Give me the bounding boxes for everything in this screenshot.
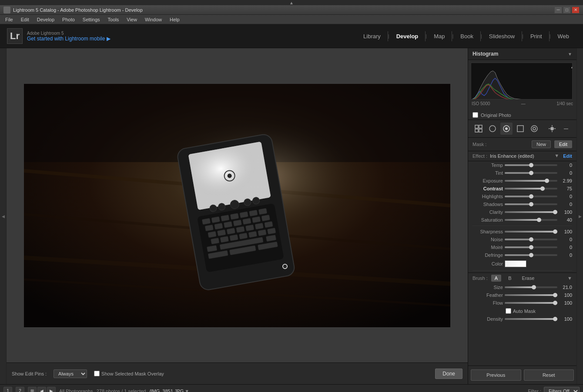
mask-edit-button[interactable]: Edit <box>554 140 572 148</box>
close-button[interactable]: ✕ <box>572 7 580 13</box>
svg-point-62 <box>505 127 508 130</box>
filter-label: Filter : <box>528 389 541 392</box>
original-photo-checkbox[interactable] <box>472 112 478 118</box>
menu-settings[interactable]: Settings <box>79 16 104 23</box>
svg-point-65 <box>533 127 536 130</box>
menu-file[interactable]: File <box>2 16 17 23</box>
temp-track[interactable] <box>505 164 557 166</box>
color-swatch[interactable] <box>505 260 526 267</box>
sun-tool-icon[interactable] <box>546 123 558 135</box>
right-panel-toggle[interactable]: ▶ <box>576 48 583 384</box>
brush-tab-b[interactable]: B <box>505 275 515 282</box>
histogram-panel-header[interactable]: Histogram ▼ <box>468 48 576 60</box>
filmstrip-next-btn[interactable]: ▶ <box>47 387 56 392</box>
defringe-track[interactable] <box>505 254 557 256</box>
saturation-track[interactable] <box>505 219 557 221</box>
size-track[interactable] <box>505 286 557 288</box>
effect-edit-button[interactable]: Edit <box>563 153 572 159</box>
iso-value: ISO 5000 <box>472 101 490 106</box>
menu-develop[interactable]: Develop <box>34 16 58 23</box>
minus-tool-icon[interactable]: ─ <box>560 123 572 135</box>
nav-slideshow[interactable]: Slideshow <box>482 31 522 41</box>
page-1-btn[interactable]: 1 <box>3 387 12 392</box>
maximize-button[interactable]: □ <box>563 7 571 13</box>
filmstrip-grid-btn[interactable]: ⊞ <box>28 387 37 392</box>
feather-track[interactable] <box>505 294 557 296</box>
menu-photo[interactable]: Photo <box>59 16 78 23</box>
minimize-button[interactable]: ─ <box>554 7 562 13</box>
selected-mask-checkbox-input[interactable] <box>94 371 100 376</box>
module-nav: Library | Develop | Map | Book | Slidesh… <box>356 31 576 41</box>
filmstrip-prev-btn[interactable]: ◀ <box>37 387 46 392</box>
nav-print[interactable]: Print <box>523 31 549 41</box>
filename-arrow[interactable]: ▼ <box>184 389 189 392</box>
tagline-arrow[interactable]: ▶ <box>107 36 111 42</box>
effect-dropdown-icon[interactable]: ▼ <box>554 153 560 159</box>
highlights-track[interactable] <box>505 196 557 197</box>
contrast-track[interactable] <box>505 188 557 189</box>
mask-label: Mask : <box>472 142 486 147</box>
effect-value: Iris Enhance (edited) <box>490 153 552 159</box>
square-tool-icon[interactable] <box>514 123 526 135</box>
flow-track[interactable] <box>505 302 557 304</box>
auto-mask-checkbox-row[interactable]: Auto Mask <box>506 308 536 314</box>
target-tool-icon[interactable] <box>500 123 513 135</box>
nav-develop[interactable]: Develop <box>389 31 426 41</box>
nav-library[interactable]: Library <box>356 31 388 41</box>
main-photo[interactable] <box>24 84 450 327</box>
sharpness-track[interactable] <box>505 231 557 233</box>
color-label: Color <box>472 261 503 266</box>
nav-web[interactable]: Web <box>551 31 576 41</box>
brush-tab-erase[interactable]: Erase <box>519 275 538 282</box>
tint-track[interactable] <box>505 172 557 174</box>
window-controls[interactable]: ─ □ ✕ <box>554 7 580 13</box>
nav-map[interactable]: Map <box>427 31 452 41</box>
density-track[interactable] <box>505 318 557 320</box>
noise-track[interactable] <box>505 239 557 240</box>
separator: — <box>521 101 526 106</box>
previous-button[interactable]: Previous <box>471 369 521 381</box>
reset-button[interactable]: Reset <box>524 369 574 381</box>
mask-section: Mask : New Edit <box>468 138 576 151</box>
top-collapse-arrow[interactable]: ▲ <box>0 0 583 5</box>
clarity-label: Clarity <box>472 209 503 215</box>
grid-tool-icon[interactable] <box>472 123 485 135</box>
brush-options-arrow[interactable]: ▼ <box>567 276 572 281</box>
menu-view[interactable]: View <box>123 16 141 23</box>
clarity-track[interactable] <box>505 211 557 213</box>
lr-brand: Adobe Lightroom 5 <box>27 31 111 36</box>
slider-feather: Feather 100 <box>468 291 576 299</box>
svg-text:▲: ▲ <box>570 64 572 69</box>
svg-point-64 <box>531 126 537 132</box>
left-panel-toggle[interactable]: ◀ <box>0 48 7 384</box>
exposure-track[interactable] <box>505 180 557 182</box>
noise-label: Noise <box>472 237 503 242</box>
sharpness-value: 100 <box>559 229 572 234</box>
nav-book[interactable]: Book <box>453 31 481 41</box>
histogram-section: ▲ ISO 5000 — 1/40 sec <box>468 60 576 110</box>
done-button[interactable]: Done <box>435 369 462 379</box>
image-area <box>7 48 468 362</box>
menu-help[interactable]: Help <box>166 16 183 23</box>
titlebar-title: Lightroom 5 Catalog - Adobe Photoshop Li… <box>3 7 143 13</box>
show-selected-mask-checkbox[interactable]: Show Selected Mask Overlay <box>94 371 164 376</box>
temp-label: Temp <box>472 163 503 168</box>
moire-track[interactable] <box>505 246 557 248</box>
menu-tools[interactable]: Tools <box>104 16 123 23</box>
defringe-value: 0 <box>559 252 572 258</box>
histogram-title: Histogram <box>472 51 498 57</box>
tagline-text: Get started with Lightroom mobile <box>27 36 105 42</box>
mask-new-button[interactable]: New <box>532 140 551 148</box>
circle-tool-icon[interactable] <box>486 123 499 135</box>
brush-tab-a[interactable]: A <box>491 275 501 282</box>
ring-tool-icon[interactable] <box>528 123 540 135</box>
menu-edit[interactable]: Edit <box>17 16 33 23</box>
edit-pins-select[interactable]: Always Auto Selected Never <box>54 369 87 378</box>
filter-select[interactable]: Filters Off <box>544 387 580 392</box>
filename-text: /IMG_3851.JPG <box>149 389 184 392</box>
menu-window[interactable]: Window <box>141 16 165 23</box>
auto-mask-checkbox[interactable] <box>506 308 511 314</box>
page-2-btn[interactable]: 2 <box>16 387 24 392</box>
shadows-track[interactable] <box>505 203 557 205</box>
app-logo: Lr Adobe Lightroom 5 Get started with Li… <box>7 28 111 44</box>
